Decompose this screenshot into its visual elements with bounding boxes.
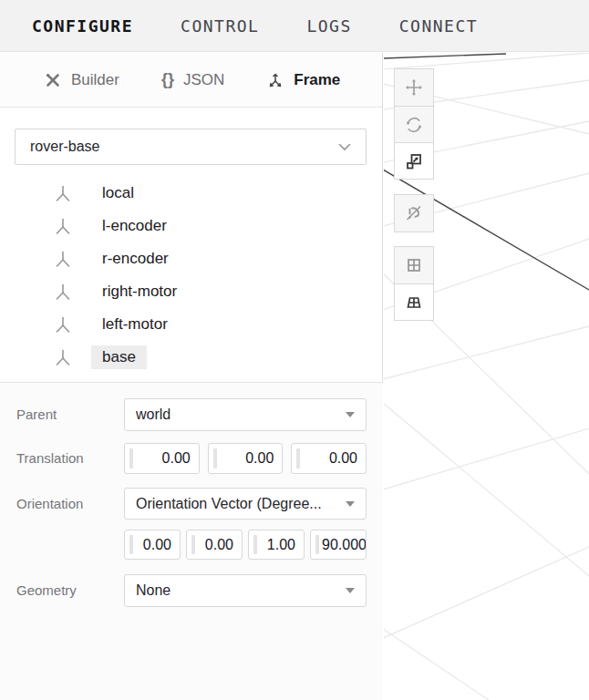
orientation-inputs: [124, 530, 367, 560]
orientation-theta-field: [310, 530, 367, 560]
disable-rotation-button[interactable]: [395, 195, 433, 232]
app-window: CONFIGURE CONTROL LOGS CONNECT Builder {…: [0, 0, 589, 700]
orientation-y-input[interactable]: [187, 530, 242, 559]
frame-node-icon: [53, 347, 73, 367]
tab-logs[interactable]: LOGS: [306, 16, 351, 36]
orientation-z-input[interactable]: [249, 530, 304, 559]
orientation-y-field: [186, 530, 243, 560]
tree-item-label: l-encoder: [91, 214, 178, 238]
subtab-json-label: JSON: [183, 71, 224, 89]
tree-item-l-encoder[interactable]: l-encoder: [0, 210, 383, 242]
triangle-down-icon: [346, 501, 355, 507]
tree-item-left-motor[interactable]: left-motor: [0, 308, 383, 341]
tree-item-label: right-motor: [91, 280, 188, 304]
frame-node-icon: [53, 314, 73, 335]
orientation-type-select[interactable]: Orientation Vector (Degree...: [124, 488, 367, 520]
geometry-select[interactable]: None: [124, 574, 367, 607]
frame-node-icon: [53, 183, 73, 203]
grid-flat-button[interactable]: [395, 247, 433, 283]
parent-select[interactable]: world: [124, 398, 367, 431]
subtab-frame[interactable]: Frame: [266, 71, 340, 89]
orientation-x-field: [124, 530, 181, 560]
triangle-down-icon: [346, 588, 355, 593]
tools-icon: [44, 71, 62, 89]
tab-configure[interactable]: CONFIGURE: [32, 16, 133, 36]
frame-node-icon: [53, 249, 73, 269]
rotate-icon: [404, 115, 424, 135]
move-button[interactable]: [395, 69, 433, 106]
interaction-toolbar: [394, 194, 434, 232]
orientation-type-value: Orientation Vector (Degree...: [136, 496, 340, 512]
frame-tree: local l-encoder r-encoder right-motor le…: [0, 177, 383, 374]
subtab-builder-label: Builder: [71, 71, 119, 89]
disable-rotation-icon: [404, 203, 424, 223]
frame-3d-viewport[interactable]: [384, 53, 589, 700]
configure-panel: Builder {} JSON Frame rover-base: [0, 53, 383, 700]
orientation-theta-input[interactable]: [311, 530, 366, 559]
translation-y-field: [208, 443, 284, 474]
scale-icon: [404, 151, 424, 171]
translation-x-field: [124, 443, 200, 474]
translation-label: Translation: [16, 450, 84, 466]
tree-item-r-encoder[interactable]: r-encoder: [0, 242, 383, 275]
translation-inputs: [124, 443, 367, 474]
parent-label: Parent: [16, 407, 57, 422]
grid-perspective-button[interactable]: [395, 283, 433, 320]
tree-item-local[interactable]: local: [0, 177, 383, 210]
top-nav: CONFIGURE CONTROL LOGS CONNECT: [0, 0, 589, 52]
component-select-value: rover-base: [30, 139, 338, 155]
grid-toolbar: [394, 246, 434, 321]
move-icon: [404, 77, 424, 98]
frame-properties-form: Parent world Translation: [0, 383, 383, 700]
frame-node-icon: [53, 216, 73, 236]
subtab-json[interactable]: {} JSON: [161, 70, 224, 89]
tab-connect[interactable]: CONNECT: [399, 16, 478, 36]
rotate-button[interactable]: [395, 106, 433, 142]
translation-z-input[interactable]: [292, 444, 366, 473]
tree-item-right-motor[interactable]: right-motor: [0, 275, 383, 308]
frame-axes-icon: [266, 71, 284, 89]
gizmo-toolbar: [394, 68, 434, 180]
tree-item-label: r-encoder: [91, 247, 180, 271]
tab-control[interactable]: CONTROL: [181, 16, 259, 36]
orientation-x-input[interactable]: [125, 530, 180, 559]
braces-icon: {}: [161, 70, 174, 89]
grid-perspective-icon: [404, 293, 424, 313]
orientation-z-field: [248, 530, 305, 560]
chevron-down-icon: [338, 143, 351, 151]
translation-x-input[interactable]: [125, 444, 199, 473]
subtab-frame-label: Frame: [294, 71, 340, 89]
tree-item-label: left-motor: [91, 313, 179, 336]
tree-item-label: local: [91, 181, 145, 205]
translation-y-input[interactable]: [209, 444, 283, 473]
orientation-label: Orientation: [16, 496, 83, 511]
subtab-builder[interactable]: Builder: [44, 71, 119, 89]
view-mode-tabs: Builder {} JSON Frame: [0, 53, 382, 108]
triangle-down-icon: [346, 412, 355, 417]
grid-flat-icon: [404, 255, 424, 275]
component-select[interactable]: rover-base: [15, 129, 367, 165]
geometry-select-value: None: [136, 582, 340, 599]
translation-z-field: [291, 443, 367, 474]
scale-button[interactable]: [395, 142, 433, 179]
geometry-label: Geometry: [16, 582, 77, 598]
frame-node-icon: [53, 282, 73, 302]
tree-item-base[interactable]: base: [0, 341, 383, 374]
parent-select-value: world: [136, 407, 340, 423]
tree-item-label: base: [91, 345, 147, 369]
